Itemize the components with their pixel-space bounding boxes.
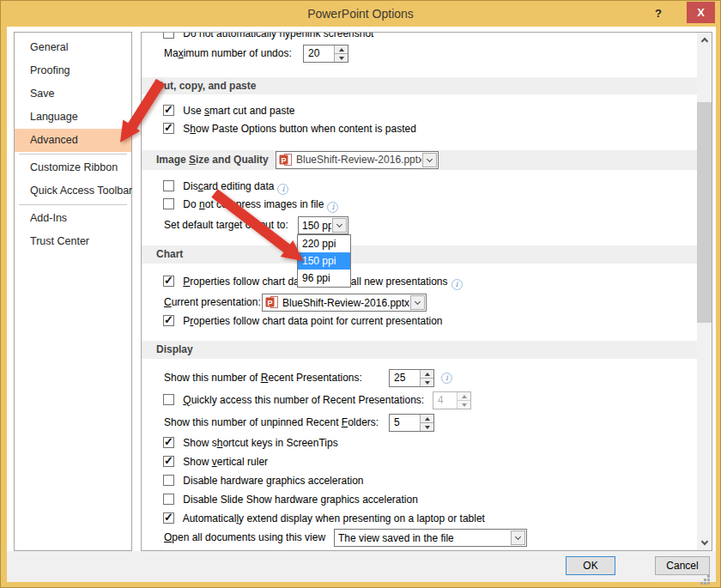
spin-up-button[interactable] <box>421 415 433 423</box>
cancel-button[interactable]: Cancel <box>655 556 710 575</box>
ok-button[interactable]: OK <box>566 556 615 575</box>
open-documents-view-combo[interactable]: The view saved in the file <box>334 529 527 547</box>
chevron-down-icon <box>427 155 433 161</box>
spin-down-button[interactable] <box>335 54 348 62</box>
scroll-up-button[interactable] <box>697 33 712 47</box>
no-compress-images-label[interactable]: Do not compress images in file <box>183 198 324 210</box>
smart-cut-checkbox[interactable]: ✓ <box>163 105 174 116</box>
auto-extend-display-label[interactable]: Automatically extend display when presen… <box>183 512 485 524</box>
resize-grip[interactable] <box>707 575 710 578</box>
no-auto-hyperlink-label[interactable]: Do not automatically hyperlink screensho… <box>183 32 373 39</box>
dropdown-option-96ppi[interactable]: 96 ppi <box>298 270 350 287</box>
dropdown-option-220ppi[interactable]: 220 ppi <box>298 235 350 252</box>
disable-hw-accel-label[interactable]: Disable hardware graphics acceleration <box>183 475 363 487</box>
paste-options-label[interactable]: Show Paste Options button when content i… <box>183 123 416 135</box>
combo-dropdown-button[interactable] <box>511 530 525 545</box>
auto-extend-display-checkbox[interactable]: ✓ <box>163 512 174 524</box>
row-disable-slideshow-hw-accel: ✓ Disable Slide Show hardware graphics a… <box>142 491 697 508</box>
spin-buttons <box>420 370 433 386</box>
current-presentation-label: Current presentation: <box>164 296 261 308</box>
current-presentation-combo[interactable]: P BlueShift-Review-2016.pptx <box>262 294 427 312</box>
row-quick-access-recent: ✓ Quickly access this number of Recent P… <box>142 391 697 409</box>
recent-presentations-spinner[interactable]: 25 <box>389 369 434 387</box>
quick-access-recent-value: 4 <box>433 392 457 409</box>
sidebar-item-language[interactable]: Language <box>15 106 131 129</box>
quick-access-recent-label[interactable]: Quickly access this number of Recent Pre… <box>183 394 424 406</box>
discard-editing-data-label[interactable]: Discard editing data <box>183 180 274 192</box>
image-quality-presentation-combo[interactable]: P BlueShift-Review-2016.pptx <box>276 151 439 169</box>
paste-options-checkbox[interactable]: ✓ <box>163 123 174 134</box>
check-icon: ✓ <box>164 101 173 118</box>
disable-hw-accel-checkbox[interactable]: ✓ <box>163 475 174 486</box>
discard-editing-data-checkbox[interactable]: ✓ <box>163 180 174 191</box>
spin-up-button[interactable] <box>421 370 433 379</box>
row-unpinned-folders: Show this number of unpinned Recent Fold… <box>142 414 697 431</box>
triangle-down-icon <box>425 381 430 385</box>
check-icon: ✓ <box>164 312 173 329</box>
spin-buttons <box>334 45 348 62</box>
quick-access-recent-spinner: 4 <box>433 391 471 409</box>
dialog-body: General Proofing Save Language Advanced … <box>7 27 716 582</box>
sidebar-divider <box>19 154 127 155</box>
row-disable-hw-accel: ✓ Disable hardware graphics acceleration <box>142 472 697 489</box>
disable-slideshow-hw-accel-label[interactable]: Disable Slide Show hardware graphics acc… <box>183 494 418 506</box>
open-documents-view-value: The view saved in the file <box>335 530 510 547</box>
spin-up-button[interactable] <box>335 45 348 54</box>
info-icon[interactable]: i <box>441 373 452 384</box>
triangle-down-icon <box>339 57 344 60</box>
sidebar-item-add-ins[interactable]: Add-Ins <box>15 207 131 230</box>
row-current-presentation: Current presentation: P BlueShift-Review… <box>142 294 697 311</box>
row-no-auto-hyperlink: ✓ Do not automatically hyperlink screens… <box>142 32 697 42</box>
spin-buttons <box>457 392 470 409</box>
row-target-output: Set default target output to: 150 ppi <box>142 216 697 233</box>
close-button[interactable]: X <box>687 2 715 23</box>
sidebar-item-general[interactable]: General <box>15 36 131 59</box>
help-icon[interactable]: ? <box>650 1 667 27</box>
dialog-footer: OK Cancel <box>7 551 716 582</box>
dropdown-option-150ppi[interactable]: 150 ppi <box>298 252 350 270</box>
smart-cut-label[interactable]: Use smart cut and paste <box>183 105 294 117</box>
triangle-up-icon <box>425 417 430 421</box>
sidebar-item-trust-center[interactable]: Trust Center <box>15 230 131 253</box>
unpinned-folders-spinner[interactable]: 5 <box>389 414 434 432</box>
open-documents-view-label: Open all documents using this view <box>164 531 325 543</box>
chart-current-presentation-label[interactable]: Properties follow chart data point for c… <box>183 315 442 327</box>
combo-dropdown-button[interactable] <box>422 153 437 167</box>
chart-all-presentations-checkbox[interactable]: ✓ <box>163 276 174 287</box>
spin-down-button[interactable] <box>421 423 433 431</box>
section-header-image-size: Image Size and Quality P BlueShift-Revie… <box>142 150 697 170</box>
unpinned-folders-value: 5 <box>390 415 420 431</box>
chevron-down-icon <box>515 533 521 539</box>
max-undos-label: Maximum number of undos: <box>164 47 292 59</box>
check-icon: ✓ <box>164 119 173 136</box>
no-compress-images-checkbox[interactable]: ✓ <box>163 198 174 209</box>
vertical-ruler-label[interactable]: Show vertical ruler <box>183 456 268 468</box>
combo-dropdown-button[interactable] <box>410 295 425 310</box>
spin-down-button[interactable] <box>421 379 433 386</box>
spin-up-button <box>457 392 470 401</box>
max-undos-spinner[interactable]: 20 <box>303 45 348 63</box>
sidebar-item-advanced[interactable]: Advanced <box>15 129 131 152</box>
target-output-combo[interactable]: 150 ppi <box>298 216 348 234</box>
scrollbar-thumb[interactable] <box>697 102 712 323</box>
scroll-down-button[interactable] <box>697 536 712 550</box>
advanced-settings-panel: ✓ Do not automatically hyperlink screens… <box>141 32 712 551</box>
vertical-scrollbar[interactable] <box>697 33 712 550</box>
row-no-compress-images: ✓ Do not compress images in filei <box>142 196 697 213</box>
sidebar-item-save[interactable]: Save <box>15 82 131 106</box>
sidebar-item-quick-access-toolbar[interactable]: Quick Access Toolbar <box>15 179 131 203</box>
quick-access-recent-checkbox[interactable]: ✓ <box>163 394 174 405</box>
info-icon[interactable]: i <box>277 184 288 195</box>
combo-dropdown-button[interactable] <box>332 218 347 233</box>
sidebar-item-proofing[interactable]: Proofing <box>15 59 131 82</box>
vertical-ruler-checkbox[interactable]: ✓ <box>163 456 174 467</box>
shortcut-keys-checkbox[interactable]: ✓ <box>163 437 174 448</box>
disable-slideshow-hw-accel-checkbox[interactable]: ✓ <box>163 494 174 505</box>
triangle-up-icon <box>462 395 467 398</box>
chart-current-presentation-checkbox[interactable]: ✓ <box>163 315 174 326</box>
info-icon[interactable]: i <box>327 202 338 213</box>
no-auto-hyperlink-checkbox[interactable]: ✓ <box>163 32 174 39</box>
info-icon[interactable]: i <box>451 279 463 290</box>
sidebar-item-customize-ribbon[interactable]: Customize Ribbon <box>15 156 131 179</box>
shortcut-keys-label[interactable]: Show shortcut keys in ScreenTips <box>183 437 337 449</box>
